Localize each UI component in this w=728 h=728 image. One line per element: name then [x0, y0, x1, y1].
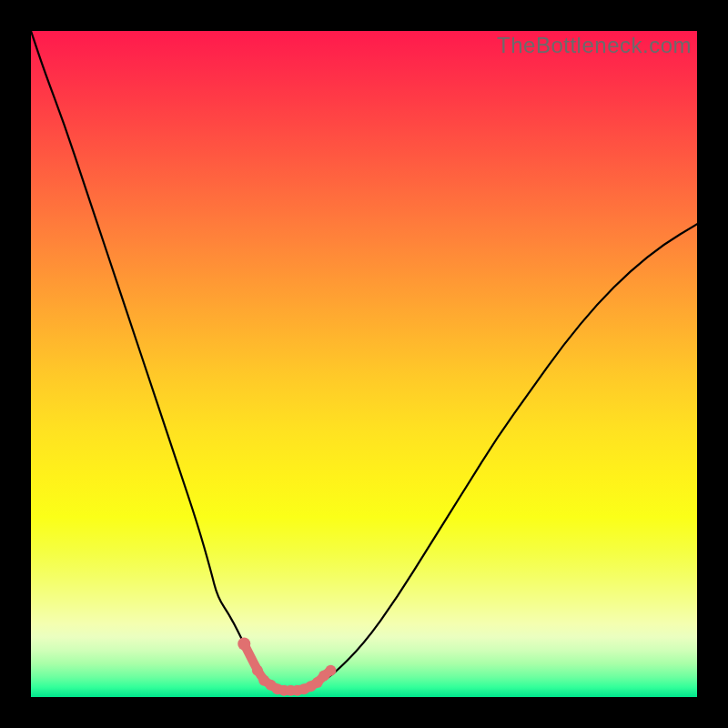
optimal-range-point	[252, 665, 263, 676]
watermark-text: TheBottleneck.com	[497, 33, 692, 58]
optimal-range-point	[238, 637, 250, 650]
curve-svg	[31, 31, 697, 697]
bottleneck-curve	[31, 31, 697, 691]
plot-area	[31, 31, 697, 697]
chart-frame: TheBottleneck.com	[0, 0, 728, 728]
optimal-range-point	[325, 665, 336, 676]
